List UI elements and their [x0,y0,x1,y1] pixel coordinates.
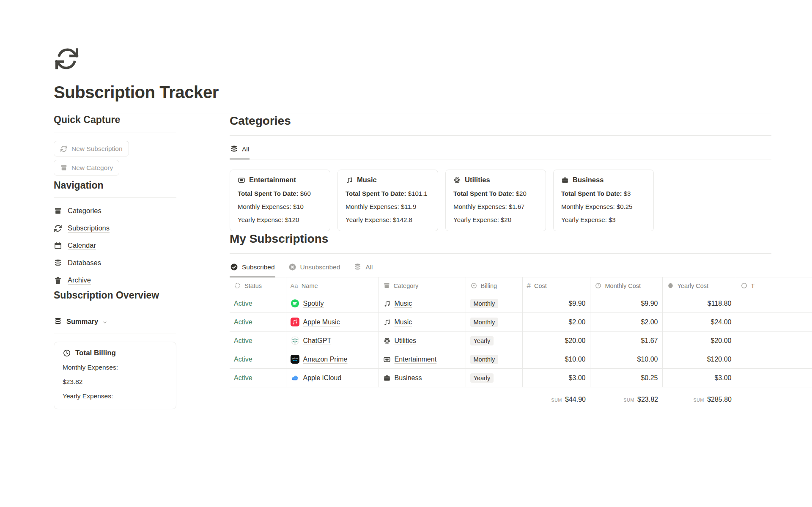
column-header-yearly-cost[interactable]: Yearly Cost [662,277,736,294]
billing-tag: Yearly [470,336,494,345]
subscription-name-link[interactable]: Apple iCloud [303,374,342,382]
yearly-cost-value: $118.80 [662,294,736,313]
select-icon [470,282,477,289]
tab-unsubscribed[interactable]: Unsubscribed [288,263,341,277]
category-card-music[interactable]: Music Total Spent To Date: $101.1 Monthl… [337,170,438,231]
subscription-name-link[interactable]: Amazon Prime [303,356,348,363]
tab-subscribed[interactable]: Subscribed [230,263,275,277]
empty-cell [736,294,812,313]
spotify-logo [291,299,299,308]
card-yearly-expense: Yearly Expense: $120 [238,216,322,224]
subscriptions-table: Status Aa Name Category Billing # [230,277,812,409]
column-header-category[interactable]: Category [379,277,466,294]
category-box-icon [60,164,68,172]
category-cards: Entertainment Total Spent To Date: $60 M… [230,170,812,231]
summary-view-selector[interactable]: Summary [54,315,176,328]
filled-circle-icon [667,282,674,289]
outline-circle-icon [741,282,748,289]
total-spent-value: $3 [624,190,631,197]
new-category-button[interactable]: New Category [54,160,119,175]
tv-icon [238,176,245,184]
music-note-icon [383,318,391,326]
category-link[interactable]: Business [395,374,422,382]
clock-icon [63,349,71,357]
monthly-cost-value: $9.90 [590,294,662,313]
sidebar-item-categories[interactable]: Categories [54,202,176,219]
main-content: Categories All Entertainment Total Spent… [230,113,812,409]
sum-cost[interactable]: SUM$44.90 [522,387,590,410]
category-card-business[interactable]: Business Total Spent To Date: $3 Monthly… [553,170,654,231]
card-yearly-expense: Yearly Expense: $142.8 [346,216,430,224]
cost-value: $3.00 [522,369,590,387]
total-spent-value: $101.1 [408,190,428,197]
cost-value: $9.90 [522,294,590,313]
page-icon-refresh[interactable] [54,46,80,72]
category-card-name: Entertainment [249,176,296,184]
chatgpt-logo [291,336,299,345]
database-icon [230,145,238,153]
music-note-icon [383,300,391,307]
tab-label: All [242,145,249,153]
nav-link-label: Databases [68,259,101,267]
status-value: Active [234,318,252,326]
tab-all-subscriptions[interactable]: All [353,263,373,277]
cost-value: $2.00 [522,313,590,332]
monthly-expenses-label: Monthly Expenses: [63,363,167,372]
nav-link-label: Archive [68,276,91,284]
category-link[interactable]: Music [395,318,412,326]
sidebar-item-databases[interactable]: Databases [54,254,176,271]
category-card-name: Music [357,176,377,184]
card-monthly-expenses: Monthly Expenses: $0.25 [561,203,646,211]
status-ring-icon [234,282,241,289]
column-header-monthly-cost[interactable]: Monthly Cost [590,277,662,294]
new-subscription-button[interactable]: New Subscription [54,141,129,156]
calendar-icon [54,241,62,250]
sidebar-item-archive[interactable]: Archive [54,271,176,289]
category-box-icon [54,207,62,215]
category-link[interactable]: Music [395,300,412,307]
navigation-list: Categories Subscriptions Calendar Databa… [54,202,176,289]
column-header-cost[interactable]: # Cost [522,277,590,294]
total-spent-value: $60 [300,190,311,197]
empty-cell [736,369,812,387]
sum-yearly-cost[interactable]: SUM$285.80 [662,387,736,410]
subscription-name-link[interactable]: Apple Music [303,318,340,326]
sidebar-item-calendar[interactable]: Calendar [54,237,176,254]
yearly-cost-value: $20.00 [662,332,736,350]
yearly-expenses-label: Yearly Expenses: [63,392,167,400]
column-header-status[interactable]: Status [230,277,286,294]
monthly-cost-value: $1.67 [590,332,662,350]
cost-value: $20.00 [522,332,590,350]
total-spent-label: Total Spent To Date: [453,190,514,197]
tab-all-categories[interactable]: All [230,145,250,159]
category-card-entertainment[interactable]: Entertainment Total Spent To Date: $60 M… [230,170,330,231]
summary-view-label: Summary [66,318,98,326]
category-card-utilities[interactable]: Utilities Total Spent To Date: $20 Month… [445,170,546,231]
total-billing-title: Total Billing [75,349,116,357]
total-spent-value: $20 [516,190,527,197]
cost-value: $10.00 [522,350,590,369]
tv-icon [383,356,391,363]
subscriptions-tabbar: Subscribed Unsubscribed All [230,254,812,277]
sidebar-item-subscriptions[interactable]: Subscriptions [54,219,176,237]
atom-icon [453,176,461,184]
category-link[interactable]: Utilities [395,337,417,345]
category-link[interactable]: Entertainment [395,356,437,363]
column-header-truncated[interactable]: T [736,277,812,294]
column-header-name[interactable]: Aa Name [286,277,379,294]
billing-tag: Monthly [470,299,499,308]
my-subscriptions-heading: My Subscriptions [230,231,812,247]
quick-capture-heading: Quick Capture [54,113,176,126]
monthly-cost-value: $10.00 [590,350,662,369]
refresh-icon [60,145,68,153]
column-header-billing[interactable]: Billing [466,277,522,294]
subscription-name-link[interactable]: Spotify [303,300,324,307]
x-circle-icon [288,263,296,271]
card-monthly-expenses: Monthly Expenses: $10 [238,203,322,211]
empty-cell [736,332,812,350]
nav-link-label: Calendar [68,241,96,249]
sum-monthly-cost[interactable]: SUM$23.82 [590,387,662,410]
subscription-name-link[interactable]: ChatGPT [303,337,332,345]
billing-tag: Yearly [470,373,494,383]
dial-icon [595,282,602,289]
